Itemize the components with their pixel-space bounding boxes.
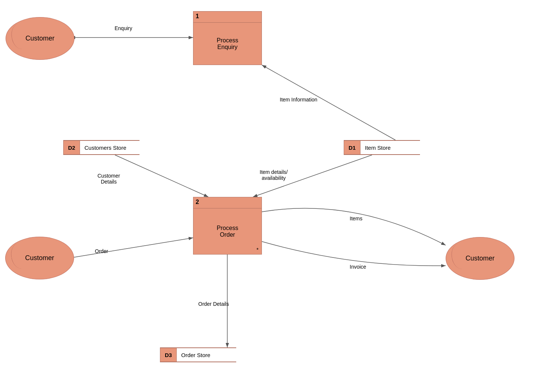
d3-id: D3 [160,348,177,362]
flow-order: Order [95,248,108,254]
diagram-container: Process1 (bidirectional) --> Customer 1 … [0,0,558,392]
flow-order-details: Order Details [198,301,229,307]
svg-line-6 [70,238,193,258]
d1-id: D1 [344,140,360,155]
process2-number: 2 [193,197,262,208]
datastore-d2: D2 Customers Store [63,140,140,155]
process-enquiry-box: 1 ProcessEnquiry [193,11,262,65]
d2-name: Customers Store [80,140,140,155]
d3-name: Order Store [177,348,236,362]
customer2-entity: Customer [5,237,74,279]
flow-enquiry: Enquiry [115,25,132,31]
svg-line-4 [115,155,208,197]
datastore-d3: D3 Order Store [160,347,236,362]
process2-label: ProcessOrder * [193,208,262,254]
d2-id: D2 [63,140,80,155]
flow-invoice: Invoice [350,264,366,270]
customer2-label: Customer [25,254,54,262]
flow-items: Items [350,216,362,221]
flow-customer-details: CustomerDetails [97,173,120,185]
d1-name: Item Store [360,140,420,155]
arrows-svg: Process1 (bidirectional) --> [0,0,558,392]
flow-item-information: Item Information [280,97,317,103]
datastore-d1: D1 Item Store [344,140,420,155]
customer1-entity: Customer [6,17,74,60]
svg-line-3 [262,65,395,140]
process-order-box: 2 ProcessOrder * [193,197,262,255]
process1-number: 1 [193,12,262,23]
process1-label: ProcessEnquiry [193,23,262,65]
customer3-label: Customer [465,255,494,262]
flow-item-details: Item details/availability [260,169,288,181]
customer3-entity: Customer [446,237,514,280]
customer1-label: Customer [25,35,54,42]
